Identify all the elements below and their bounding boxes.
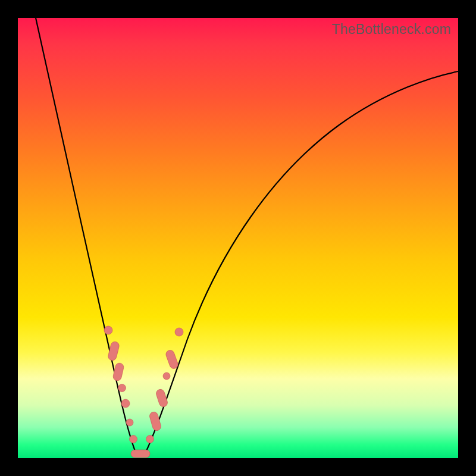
- curve-right-branch: [144, 71, 458, 456]
- marker-pill: [131, 450, 150, 458]
- marker-bead: [163, 372, 170, 380]
- marker-bead: [146, 436, 154, 443]
- marker-bead: [126, 419, 133, 426]
- marker-pill: [112, 362, 124, 381]
- marker-bead: [121, 399, 130, 408]
- marker-pill: [107, 341, 120, 361]
- marker-bead: [104, 326, 112, 334]
- marker-bead: [175, 328, 183, 336]
- marker-pill: [165, 349, 179, 370]
- chart-frame: TheBottleneck.com: [0, 0, 476, 476]
- plot-area: TheBottleneck.com: [18, 18, 458, 458]
- bottleneck-curve: [18, 18, 458, 458]
- marker-pill: [149, 411, 162, 432]
- marker-bead: [130, 436, 137, 443]
- marker-bead: [118, 384, 126, 392]
